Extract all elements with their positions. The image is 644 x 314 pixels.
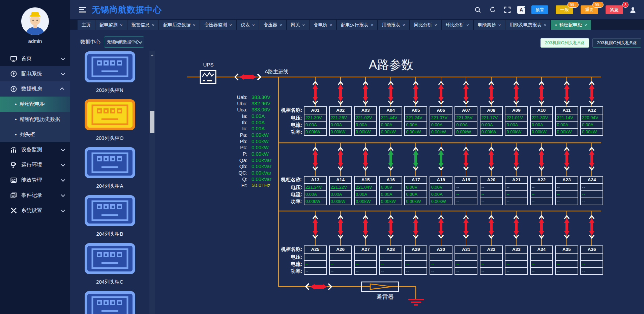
refresh-icon[interactable]	[488, 5, 498, 15]
tab-close-icon[interactable]: ×	[280, 23, 282, 28]
tab-close-icon[interactable]: ×	[466, 23, 469, 28]
reading-value: 0.00A	[252, 126, 265, 131]
tab-主页[interactable]: 主页	[78, 20, 95, 30]
tab-配电运行报表[interactable]: 配电运行报表×	[337, 20, 377, 30]
reading-label: Ubc:	[219, 101, 247, 106]
cabinet-item-203列头柜O[interactable]: 203列头柜O	[75, 99, 144, 141]
tab-变电所[interactable]: 变电所×	[310, 20, 336, 30]
cabinet-item-label: 204列头柜C	[75, 279, 144, 285]
avatar[interactable]	[21, 7, 49, 35]
tab-close-icon[interactable]: ×	[403, 23, 405, 28]
cabinet-item-204列头柜A[interactable]: 204列头柜A	[75, 147, 144, 189]
reading-row: Ic:0.00A	[219, 125, 271, 132]
tab-变压器监测[interactable]: 变压器监测×	[200, 20, 236, 30]
cabinet-list-scrollbar[interactable]	[149, 51, 155, 314]
tab-label: 仪表	[241, 22, 250, 28]
route-b-button[interactable]: 203机房O列头柜B路	[592, 38, 641, 48]
cabinet-item-203列头柜N[interactable]: 203列头柜N	[75, 51, 144, 94]
sidebar-item-系统设置[interactable]: 系统设置	[0, 203, 70, 218]
sidebar-item-label: 数据机房	[21, 85, 61, 93]
reading-value: 383.06V	[252, 107, 270, 112]
tab-label: 网关	[291, 22, 300, 28]
sidebar-subitem-精密配电柜[interactable]: •精密配电柜	[0, 97, 70, 112]
tab-close-icon[interactable]: ×	[152, 23, 155, 28]
tab-网关[interactable]: 网关×	[287, 20, 309, 30]
search-icon[interactable]	[473, 5, 483, 15]
font-size-icon[interactable]: Ax	[517, 6, 525, 14]
tab-close-icon[interactable]: ×	[434, 23, 437, 28]
sidebar-subitem-精密配电历史数据[interactable]: •精密配电历史数据	[0, 112, 70, 127]
forewarning-button[interactable]: 预警	[531, 5, 548, 14]
scroll-up-icon[interactable]	[150, 53, 154, 56]
tab-电能集抄[interactable]: 电能集抄×	[474, 20, 505, 30]
chevron-down-icon	[61, 162, 65, 167]
sidebar-item-能效管理[interactable]: 能效管理	[0, 173, 70, 188]
tab-close-icon[interactable]: ×	[544, 23, 547, 28]
tab-环比分析[interactable]: 环比分析×	[442, 20, 473, 30]
reading-row: QC:0.00kVar	[219, 169, 271, 176]
sidebar-subitem-列头柜[interactable]: •列头柜	[0, 127, 70, 142]
tab-label: 用能报表	[382, 22, 400, 28]
tab-close-icon[interactable]: ×	[229, 23, 232, 28]
route-a-button[interactable]: 203机房O列头柜A路	[540, 38, 589, 48]
reading-label: Ia:	[219, 113, 247, 119]
sidebar-toggle-icon[interactable]	[79, 7, 86, 12]
tab-close-icon[interactable]: ×	[371, 23, 373, 28]
important-alarm-button[interactable]: 重要 99+	[581, 5, 598, 14]
environment-icon	[10, 162, 17, 168]
tab-label: 同比分析	[414, 22, 432, 28]
tab-label: 报警信息	[131, 22, 150, 28]
tab-close-icon[interactable]: ×	[252, 23, 255, 28]
tab-label: 配电运行报表	[341, 22, 368, 28]
tab-close-icon[interactable]: ×	[330, 23, 332, 28]
route-buttons: 203机房O列头柜A路 203机房O列头柜B路	[540, 38, 641, 48]
reading-value: 0.00kW	[252, 151, 269, 157]
reading-row: Ib:0.00A	[219, 119, 271, 126]
tab-同比分析[interactable]: 同比分析×	[410, 20, 441, 30]
sidebar-item-label: 设备监测	[21, 146, 61, 153]
tab-close-icon[interactable]: ×	[120, 23, 123, 28]
reading-label: Pa:	[219, 132, 247, 138]
tab-close-icon[interactable]: ×	[584, 23, 587, 28]
sidebar-item-运行环境[interactable]: 运行环境	[0, 157, 70, 173]
cabinet-item-204列头柜C[interactable]: 204列头柜C	[75, 243, 144, 285]
sidebar-item-label: 事件记录	[21, 192, 61, 199]
scrollbar-thumb[interactable]	[150, 111, 154, 133]
sidebar-nav: 首页配电系统数据机房•精密配电柜•精密配电历史数据•列头柜设备监测运行环境能效管…	[0, 51, 70, 218]
reading-label: Q:	[219, 176, 247, 182]
fullscreen-icon[interactable]	[502, 5, 513, 15]
tab-label: 配电历史数据	[163, 22, 191, 28]
sidebar-item-事件记录[interactable]: 事件记录	[0, 188, 70, 203]
tab-用能报表[interactable]: 用能报表×	[378, 20, 409, 30]
urgent-alarm-badge: 3	[622, 2, 628, 8]
urgent-alarm-button[interactable]: 紧急 3	[606, 5, 623, 14]
cabinet-item-partial[interactable]	[75, 291, 144, 314]
tab-仪表[interactable]: 仪表×	[237, 20, 259, 30]
sidebar-item-label: 运行环境	[21, 161, 61, 168]
sidebar-item-数据机房[interactable]: 数据机房	[0, 81, 70, 97]
tab-close-icon[interactable]: ×	[193, 23, 196, 28]
tab-变压器[interactable]: 变压器×	[259, 20, 286, 30]
sidebar-item-设备监测[interactable]: 设备监测	[0, 142, 70, 157]
urgent-alarm-label: 紧急	[610, 7, 619, 13]
tab-配电历史数据[interactable]: 配电历史数据×	[159, 20, 200, 30]
cabinet-selected-icon	[75, 99, 144, 132]
cabinet-item-204列头柜B[interactable]: 204列头柜B	[75, 195, 144, 237]
tab-close-icon[interactable]: ×	[498, 23, 501, 28]
sidebar-item-首页[interactable]: 首页	[0, 51, 70, 66]
tab-配电监测[interactable]: 配电监测×	[95, 20, 127, 30]
device-monitor-icon	[10, 147, 17, 153]
general-alarm-button[interactable]: 一般 99+	[556, 5, 573, 14]
tab-close-icon[interactable]: ×	[302, 23, 305, 28]
user-icon[interactable]	[628, 5, 638, 15]
datacenter-select[interactable]: 无锡尚航数据中心	[104, 36, 144, 48]
tab-精密配电柜[interactable]: ●精密配电柜×	[551, 20, 591, 30]
chevron-down-icon	[61, 178, 65, 182]
chevron-down-icon	[61, 56, 65, 60]
cabinet-icon	[75, 291, 144, 314]
tab-报警信息[interactable]: 报警信息×	[127, 20, 159, 30]
reading-value: 0.00kVar	[252, 157, 271, 163]
tab-用能及电费报表[interactable]: 用能及电费报表×	[505, 20, 550, 30]
sidebar-item-配电系统[interactable]: 配电系统	[0, 66, 70, 81]
reading-row: Ubc:382.96V	[219, 100, 271, 107]
